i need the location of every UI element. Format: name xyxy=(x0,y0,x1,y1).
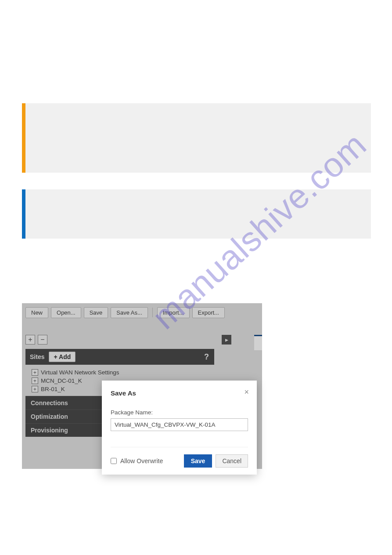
allow-overwrite-input[interactable] xyxy=(111,458,117,464)
close-icon[interactable]: × xyxy=(244,388,249,397)
help-icon[interactable]: ? xyxy=(204,352,209,362)
tree-node[interactable]: + Virtual WAN Network Settings xyxy=(32,368,212,377)
allow-overwrite-checkbox[interactable]: Allow Overwrite xyxy=(111,457,163,464)
callout-bar xyxy=(22,103,25,173)
callout-body xyxy=(25,189,371,239)
save-as-dialog: Save As × Package Name: Allow Overwrite … xyxy=(102,381,257,475)
new-button[interactable]: New xyxy=(25,307,48,318)
tab-strip: Network xyxy=(254,335,262,350)
expand-icon[interactable]: + xyxy=(32,369,38,376)
open-button[interactable]: Open... xyxy=(51,307,81,318)
collapse-panel-icon[interactable]: ▸ xyxy=(222,335,231,345)
add-site-button[interactable]: + Add xyxy=(49,352,76,362)
sites-label: Sites xyxy=(30,353,44,360)
tree-node-label: Virtual WAN Network Settings xyxy=(41,369,119,376)
callout-body xyxy=(25,103,371,173)
toolbar-separator xyxy=(152,308,153,317)
dialog-cancel-button[interactable]: Cancel xyxy=(216,454,248,468)
package-name-input[interactable] xyxy=(111,418,248,431)
export-button[interactable]: Export... xyxy=(192,307,225,318)
package-name-label: Package Name: xyxy=(111,409,248,416)
tree-node-label: BR-01_K xyxy=(41,386,65,392)
callout-warning xyxy=(22,103,371,173)
expand-icon[interactable]: + xyxy=(32,377,38,384)
expand-all-icon[interactable]: + xyxy=(25,335,35,345)
save-button[interactable]: Save xyxy=(84,307,108,318)
collapse-all-icon[interactable]: − xyxy=(38,335,47,345)
toolbar: New Open... Save Save As... Import... Ex… xyxy=(25,306,259,319)
save-as-button[interactable]: Save As... xyxy=(111,307,148,318)
callout-info xyxy=(22,189,371,239)
dialog-save-button[interactable]: Save xyxy=(184,454,212,468)
dialog-title: Save As xyxy=(111,389,248,397)
tab-network[interactable]: Network xyxy=(254,336,262,350)
sites-header: Sites + Add ? xyxy=(25,349,214,365)
import-button[interactable]: Import... xyxy=(157,307,190,318)
expand-icon[interactable]: + xyxy=(32,386,38,392)
allow-overwrite-label: Allow Overwrite xyxy=(120,457,163,464)
expand-collapse-row: + − xyxy=(25,335,214,345)
callout-bar xyxy=(22,189,25,239)
tree-node-label: MCN_DC-01_K xyxy=(41,377,82,384)
